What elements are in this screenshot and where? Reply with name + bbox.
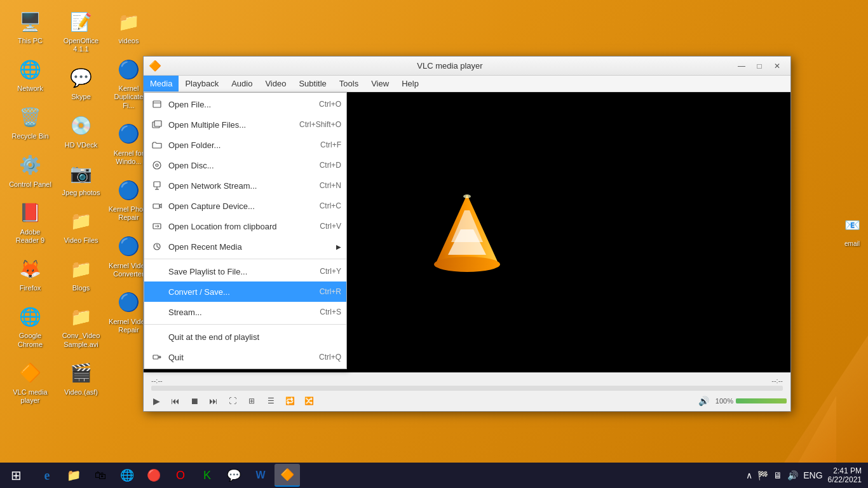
- videos-icon: 📁: [116, 9, 142, 34]
- desktop-icons-container: 🖥️ This PC 🌐 Network 🗑️ Recycle Bin ⚙️ C…: [6, 6, 54, 451]
- menu-subtitle[interactable]: Subtitle: [292, 76, 332, 92]
- menu-playback[interactable]: Playback: [179, 76, 225, 92]
- svg-rect-6: [154, 182, 160, 187]
- blogs-label: Blogs: [72, 284, 90, 292]
- menu-open-recent[interactable]: Open Recent Media ▶: [144, 236, 346, 257]
- menu-open-location[interactable]: Open Location from clipboard Ctrl+V: [144, 216, 346, 236]
- control-panel-icon: ⚙️: [18, 152, 43, 178]
- volume-bar[interactable]: [736, 398, 787, 403]
- menu-tools[interactable]: Tools: [333, 76, 365, 92]
- desktop-icon-hd-vdeck[interactable]: 💿 HD VDeck: [57, 111, 105, 152]
- desktop-icon-conv-video[interactable]: 📁 Conv_Video Sample.avi: [57, 301, 105, 351]
- word-icon: W: [255, 470, 265, 481]
- desktop-icon-recycle-bin[interactable]: 🗑️ Recycle Bin: [6, 102, 54, 143]
- menu-video[interactable]: Video: [259, 76, 292, 92]
- taskbar-skype[interactable]: 💬: [221, 464, 247, 487]
- menu-quit-end[interactable]: Quit at the end of playlist: [144, 327, 346, 347]
- minimize-button[interactable]: —: [733, 60, 750, 72]
- window-controls: — □ ✕: [733, 60, 785, 72]
- desktop-icon-video-asf[interactable]: 🎬 Video.(asf): [57, 358, 105, 399]
- menu-open-file[interactable]: Open File... Ctrl+O: [144, 94, 346, 114]
- taskbar-chrome[interactable]: 🌐: [114, 464, 140, 487]
- flag-icon[interactable]: 🏁: [757, 470, 768, 480]
- menu-convert-save[interactable]: Convert / Save... Ctrl+R: [144, 281, 346, 302]
- video-asf-icon: 🎬: [69, 360, 94, 386]
- openoffice-label: OpenOffice 4.1.1: [60, 37, 102, 53]
- start-button[interactable]: ⊞: [0, 463, 32, 488]
- desktop-icon-openoffice[interactable]: 📝 OpenOffice 4.1.1: [57, 6, 105, 56]
- monitor-icon[interactable]: 🖥: [773, 470, 782, 480]
- desktop-icon-blogs[interactable]: 📁 Blogs: [57, 254, 105, 295]
- fullscreen-button[interactable]: ⛶: [224, 393, 241, 409]
- video-files-icon: 📁: [69, 208, 94, 234]
- email-label: email: [844, 240, 860, 248]
- menu-view[interactable]: View: [365, 76, 395, 92]
- taskbar-vlc[interactable]: 🔶: [275, 464, 300, 487]
- clock-time: 2:41 PM: [828, 466, 862, 475]
- open-capture-icon: [149, 198, 165, 214]
- desktop-icon-videos[interactable]: 📁 videos: [105, 6, 153, 48]
- convert-save-icon: [149, 284, 165, 299]
- menu-quit[interactable]: Quit Ctrl+Q: [144, 347, 346, 367]
- maximize-button[interactable]: □: [751, 60, 768, 72]
- clock[interactable]: 2:41 PM 6/22/2021: [828, 466, 862, 484]
- seekbar[interactable]: [151, 386, 783, 391]
- menu-help[interactable]: Help: [395, 76, 425, 92]
- menu-open-multiple[interactable]: Open Multiple Files... Ctrl+Shift+O: [144, 114, 346, 135]
- desktop-icon-this-pc[interactable]: 🖥️ This PC: [6, 6, 54, 48]
- taskbar-kaspersky[interactable]: K: [194, 464, 220, 487]
- recycle-bin-label: Recycle Bin: [11, 132, 48, 140]
- volume-area: 🔊 100%: [695, 393, 787, 409]
- vlc-window: 🔶 VLC media player — □ ✕ Media: [143, 56, 791, 412]
- taskbar-right: ∧ 🏁 🖥 🔊 ENG 2:41 PM 6/22/2021: [740, 466, 868, 484]
- menu-save-playlist[interactable]: Save Playlist to File... Ctrl+Y: [144, 261, 346, 281]
- taskbar-opera[interactable]: O: [168, 464, 193, 487]
- chrome-icon: 🌐: [120, 468, 134, 482]
- desktop-icon-video-files[interactable]: 📁 Video Files: [57, 206, 105, 247]
- desktop-icon-vlc-media[interactable]: 🔶 VLC media player: [6, 358, 54, 407]
- stop-button[interactable]: ⏹: [186, 393, 203, 409]
- menu-open-capture[interactable]: Open Capture Device... Ctrl+C: [144, 196, 346, 216]
- menu-open-network[interactable]: Open Network Stream... Ctrl+N: [144, 175, 346, 196]
- mute-icon[interactable]: 🔊: [695, 393, 713, 409]
- adobe-reader-icon: 📕: [18, 200, 43, 226]
- taskbar-edge[interactable]: 🔴: [141, 464, 166, 487]
- extended-button[interactable]: ⊞: [243, 393, 261, 409]
- lang-label[interactable]: ENG: [803, 470, 822, 480]
- menu-audio[interactable]: Audio: [225, 76, 259, 92]
- sound-icon[interactable]: 🔊: [787, 470, 798, 480]
- taskbar-word[interactable]: W: [248, 464, 273, 487]
- prev-button[interactable]: ⏮: [166, 393, 184, 409]
- menu-stream[interactable]: Stream... Ctrl+S: [144, 302, 346, 322]
- jpeg-photos-icon: 📷: [69, 161, 94, 186]
- svg-rect-9: [153, 204, 159, 208]
- taskbar-ie[interactable]: e: [34, 464, 60, 487]
- video-files-label: Video Files: [64, 236, 98, 245]
- menu-media[interactable]: Media Open File... Ctrl+O: [144, 76, 179, 92]
- desktop-icon-jpeg-photos[interactable]: 📷 Jpeg photos: [57, 158, 105, 200]
- close-button[interactable]: ✕: [769, 60, 785, 72]
- control-buttons-row: ▶ ⏮ ⏹ ⏭ ⛶ ⊞ ☰ 🔁 🔀 🔊 100%: [147, 393, 787, 409]
- taskbar-store[interactable]: 🛍: [88, 464, 113, 487]
- desktop-icon-network[interactable]: 🌐 Network: [6, 54, 54, 95]
- next-button[interactable]: ⏭: [205, 393, 222, 409]
- desktop-icon-google-chrome[interactable]: 🌐 Google Chrome: [6, 301, 54, 351]
- desktop-icon-control-panel[interactable]: ⚙️ Control Panel: [6, 150, 54, 191]
- playlist-button[interactable]: ☰: [262, 393, 280, 409]
- menu-open-disc[interactable]: Open Disc... Ctrl+D: [144, 155, 346, 175]
- desktop-icon-firefox[interactable]: 🦊 Firefox: [6, 254, 54, 295]
- seek-time-right: --:--: [771, 377, 783, 384]
- play-button[interactable]: ▶: [147, 393, 165, 409]
- taskbar-explorer[interactable]: 📁: [61, 464, 86, 487]
- random-button[interactable]: 🔀: [300, 393, 318, 409]
- svg-point-22: [463, 194, 471, 198]
- desktop-icon-skype[interactable]: 💬 Skype: [57, 62, 105, 104]
- svg-point-21: [434, 257, 500, 272]
- chevron-up-icon[interactable]: ∧: [746, 470, 752, 480]
- desktop-icon-email[interactable]: 📧 email: [836, 210, 868, 250]
- desktop-icon-adobe-reader[interactable]: 📕 Adobe Reader 9: [6, 198, 54, 247]
- google-chrome-icon: 🌐: [18, 304, 43, 329]
- menu-open-folder[interactable]: Open Folder... Ctrl+F: [144, 135, 346, 155]
- quit-end-icon: [149, 329, 165, 344]
- loop-button[interactable]: 🔁: [281, 393, 299, 409]
